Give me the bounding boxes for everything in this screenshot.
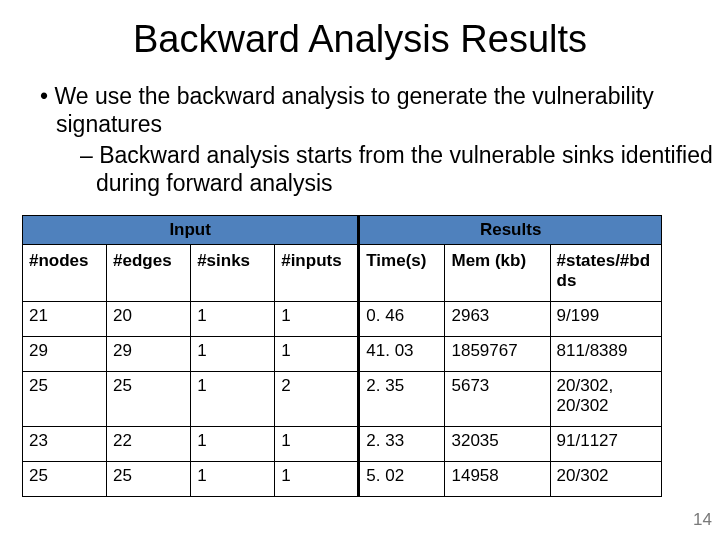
cell-nodes: 25 bbox=[23, 462, 107, 497]
table-row: 25 25 1 2 2. 35 5673 20/302, 20/302 bbox=[23, 372, 662, 427]
group-header-results: Results bbox=[359, 216, 662, 245]
sub-bullet-list: Backward analysis starts from the vulner… bbox=[56, 142, 720, 197]
cell-states: 9/199 bbox=[550, 302, 661, 337]
cell-inputs: 1 bbox=[275, 427, 359, 462]
group-header-input: Input bbox=[23, 216, 359, 245]
table-row: 25 25 1 1 5. 02 14958 20/302 bbox=[23, 462, 662, 497]
sub-bullet-text: Backward analysis starts from the vulner… bbox=[96, 142, 713, 196]
cell-mem: 32035 bbox=[445, 427, 550, 462]
cell-nodes: 25 bbox=[23, 372, 107, 427]
cell-sinks: 1 bbox=[191, 427, 275, 462]
cell-time: 5. 02 bbox=[359, 462, 445, 497]
cell-mem: 5673 bbox=[445, 372, 550, 427]
slide-title: Backward Analysis Results bbox=[0, 18, 720, 61]
cell-mem: 2963 bbox=[445, 302, 550, 337]
cell-inputs: 1 bbox=[275, 337, 359, 372]
group-header-row: Input Results bbox=[23, 216, 662, 245]
bullet-list: We use the backward analysis to generate… bbox=[22, 83, 720, 197]
cell-nodes: 23 bbox=[23, 427, 107, 462]
cell-mem: 1859767 bbox=[445, 337, 550, 372]
cell-inputs: 2 bbox=[275, 372, 359, 427]
cell-sinks: 1 bbox=[191, 372, 275, 427]
cell-sinks: 1 bbox=[191, 302, 275, 337]
table-row: 29 29 1 1 41. 03 1859767 811/8389 bbox=[23, 337, 662, 372]
sub-bullet-item: Backward analysis starts from the vulner… bbox=[90, 142, 720, 197]
cell-time: 0. 46 bbox=[359, 302, 445, 337]
col-inputs: #inputs bbox=[275, 245, 359, 302]
col-states: #states/#bdds bbox=[550, 245, 661, 302]
cell-sinks: 1 bbox=[191, 337, 275, 372]
cell-inputs: 1 bbox=[275, 302, 359, 337]
col-mem: Mem (kb) bbox=[445, 245, 550, 302]
col-edges: #edges bbox=[107, 245, 191, 302]
cell-states: 811/8389 bbox=[550, 337, 661, 372]
cell-edges: 22 bbox=[107, 427, 191, 462]
bullet-item: We use the backward analysis to generate… bbox=[50, 83, 720, 197]
col-time: Time(s) bbox=[359, 245, 445, 302]
cell-states: 20/302, 20/302 bbox=[550, 372, 661, 427]
bullet-text: We use the backward analysis to generate… bbox=[54, 83, 653, 137]
cell-sinks: 1 bbox=[191, 462, 275, 497]
cell-mem: 14958 bbox=[445, 462, 550, 497]
page-number: 14 bbox=[693, 510, 712, 530]
cell-nodes: 21 bbox=[23, 302, 107, 337]
cell-states: 20/302 bbox=[550, 462, 661, 497]
cell-time: 2. 33 bbox=[359, 427, 445, 462]
cell-edges: 25 bbox=[107, 372, 191, 427]
cell-time: 2. 35 bbox=[359, 372, 445, 427]
table-row: 23 22 1 1 2. 33 32035 91/1127 bbox=[23, 427, 662, 462]
cell-nodes: 29 bbox=[23, 337, 107, 372]
results-table-wrap: Input Results #nodes #edges #sinks #inpu… bbox=[22, 215, 702, 497]
col-nodes: #nodes bbox=[23, 245, 107, 302]
col-sinks: #sinks bbox=[191, 245, 275, 302]
results-table: Input Results #nodes #edges #sinks #inpu… bbox=[22, 215, 662, 497]
column-header-row: #nodes #edges #sinks #inputs Time(s) Mem… bbox=[23, 245, 662, 302]
cell-edges: 25 bbox=[107, 462, 191, 497]
cell-edges: 29 bbox=[107, 337, 191, 372]
cell-time: 41. 03 bbox=[359, 337, 445, 372]
table-row: 21 20 1 1 0. 46 2963 9/199 bbox=[23, 302, 662, 337]
cell-inputs: 1 bbox=[275, 462, 359, 497]
cell-states: 91/1127 bbox=[550, 427, 661, 462]
cell-edges: 20 bbox=[107, 302, 191, 337]
